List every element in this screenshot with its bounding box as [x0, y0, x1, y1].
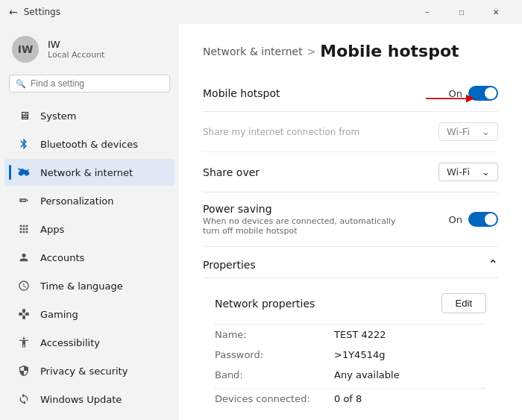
network-properties-row: Network properties Edit [215, 286, 486, 325]
active-indicator [9, 165, 11, 180]
time-icon [16, 278, 31, 293]
edit-button[interactable]: Edit [441, 293, 486, 313]
sidebar-item-time[interactable]: Time & language [4, 272, 174, 299]
properties-title: Properties [203, 259, 256, 271]
search-input[interactable] [31, 78, 163, 89]
sidebar-item-bluetooth[interactable]: Bluetooth & devices [4, 131, 174, 157]
power-saving-info: Power saving When no devices are connect… [203, 203, 412, 236]
user-name: IW [48, 39, 104, 50]
network-icon [16, 165, 31, 180]
search-box[interactable]: 🔍 [9, 75, 170, 93]
minimize-button[interactable]: − [410, 0, 444, 24]
share-over-label: Share over [203, 166, 260, 178]
chevron-up-icon[interactable]: ⌃ [488, 257, 498, 272]
gaming-icon [16, 307, 31, 322]
app-body: IW IW Local Account 🔍 🖥 System Bluetooth… [0, 24, 522, 420]
sidebar-item-privacy[interactable]: Privacy & security [4, 357, 174, 384]
back-icon[interactable]: ← [9, 6, 18, 18]
share-over-row: Share over Wi-Fi ⌄ [203, 152, 498, 192]
share-from-label: Share my internet connection from [203, 127, 359, 137]
user-info: IW Local Account [48, 39, 104, 60]
power-saving-label: Power saving [203, 203, 412, 215]
bluetooth-icon [16, 137, 31, 151]
power-saving-row: Power saving When no devices are connect… [203, 192, 498, 247]
password-value: >1Y4514g [334, 349, 385, 360]
breadcrumb: Network & internet > Mobile hotspot [203, 42, 498, 60]
sidebar-item-label: Apps [40, 224, 64, 235]
sidebar-item-label: Accounts [40, 252, 84, 263]
chevron-down-icon: ⌄ [482, 126, 490, 137]
property-devices-row: Devices connected: 0 of 8 [215, 388, 486, 409]
mobile-hotspot-label: Mobile hotspot [203, 87, 280, 99]
user-account-type: Local Account [48, 50, 104, 60]
close-button[interactable]: ✕ [479, 0, 513, 24]
share-over-dropdown[interactable]: Wi-Fi ⌄ [438, 163, 498, 181]
search-icon: 🔍 [16, 79, 26, 89]
share-from-dropdown[interactable]: Wi-Fi ⌄ [438, 122, 498, 141]
power-saving-toggle[interactable] [468, 212, 498, 227]
sidebar-item-label: Network & internet [40, 167, 133, 178]
window-controls: − □ ✕ [410, 0, 513, 24]
sidebar-item-gaming[interactable]: Gaming [4, 301, 174, 327]
devices-value: 0 of 8 [334, 393, 362, 404]
user-profile[interactable]: IW IW Local Account [0, 30, 179, 75]
mobile-hotspot-toggle[interactable] [468, 86, 498, 101]
sidebar-item-label: Time & language [40, 280, 123, 292]
sidebar-item-network[interactable]: Network & internet [4, 159, 174, 186]
sidebar-item-apps[interactable]: Apps [4, 216, 174, 242]
avatar: IW [12, 36, 39, 63]
password-key: Password: [215, 349, 334, 360]
sidebar-item-system[interactable]: 🖥 System [4, 102, 174, 129]
power-saving-description: When no devices are connected, automatic… [203, 216, 412, 236]
name-key: Name: [215, 329, 334, 340]
sidebar-item-label: Windows Update [40, 394, 122, 405]
page-title: Mobile hotspot [320, 42, 459, 60]
breadcrumb-parent[interactable]: Network & internet [203, 46, 303, 57]
breadcrumb-separator: > [307, 46, 316, 57]
share-over-value: Wi-Fi [447, 166, 470, 178]
property-password-row: Password: >1Y4514g [215, 345, 486, 365]
apps-icon [16, 222, 31, 236]
sidebar-item-label: Accessibility [40, 337, 100, 348]
personalization-icon: ✏️ [16, 193, 31, 208]
network-properties-label: Network properties [215, 298, 315, 310]
sidebar-item-label: Gaming [40, 309, 78, 320]
accounts-icon [16, 250, 31, 265]
accessibility-icon [16, 335, 31, 350]
privacy-icon [16, 363, 31, 378]
sidebar-item-label: Privacy & security [40, 366, 128, 377]
devices-key: Devices connected: [215, 393, 334, 404]
chevron-down-icon: ⌄ [482, 166, 490, 178]
title-bar-title: Settings [24, 7, 60, 17]
share-from-value: Wi-Fi [447, 126, 470, 137]
sidebar-item-personalization[interactable]: ✏️ Personalization [4, 187, 174, 214]
sidebar-item-label: Personalization [40, 195, 114, 207]
sidebar-item-update[interactable]: Windows Update [4, 386, 174, 413]
update-icon [16, 392, 31, 407]
sidebar-item-label: System [40, 110, 76, 122]
sidebar-item-label: Bluetooth & devices [40, 139, 138, 150]
mobile-hotspot-toggle-label: On [449, 88, 462, 99]
sidebar: IW IW Local Account 🔍 🖥 System Bluetooth… [0, 24, 179, 420]
properties-content: Network properties Edit Name: TEST 4222 … [203, 278, 498, 416]
main-content: Network & internet > Mobile hotspot Mobi… [179, 24, 522, 420]
main-wrapper: Network & internet > Mobile hotspot Mobi… [179, 24, 522, 420]
property-band-row: Band: Any available [215, 365, 486, 385]
band-key: Band: [215, 369, 334, 380]
power-saving-toggle-container: On [449, 212, 498, 227]
properties-section-header: Properties ⌃ [203, 247, 498, 278]
title-bar: ← Settings − □ ✕ [0, 0, 522, 24]
sidebar-item-accessibility[interactable]: Accessibility [4, 329, 174, 356]
property-name-row: Name: TEST 4222 [215, 325, 486, 345]
sidebar-item-accounts[interactable]: Accounts [4, 244, 174, 271]
name-value: TEST 4222 [334, 329, 386, 340]
band-value: Any available [334, 369, 400, 380]
system-icon: 🖥 [16, 108, 31, 123]
mobile-hotspot-row: Mobile hotspot On [203, 75, 498, 112]
power-saving-toggle-label: On [449, 214, 462, 225]
share-from-row: Share my internet connection from Wi-Fi … [203, 112, 498, 152]
mobile-hotspot-toggle-container: On [449, 86, 498, 101]
maximize-button[interactable]: □ [444, 0, 479, 24]
